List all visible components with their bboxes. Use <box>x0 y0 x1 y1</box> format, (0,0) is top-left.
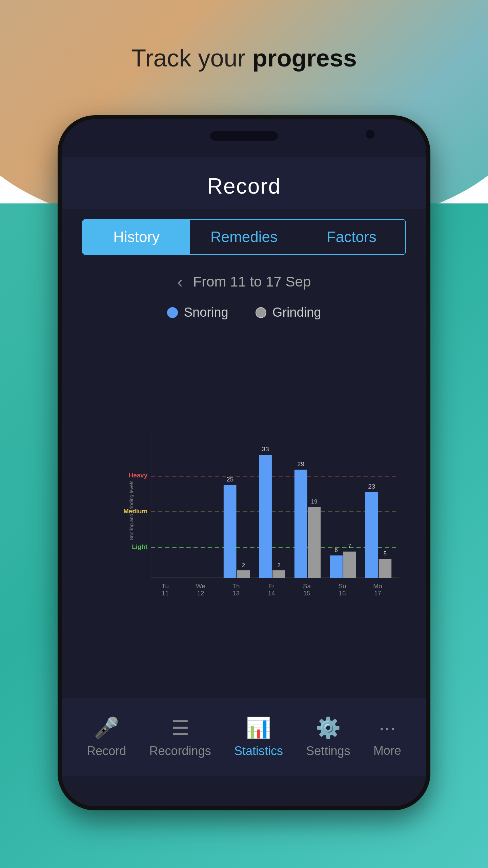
gear-icon: ⚙️ <box>316 716 341 740</box>
bottom-nav: 🎤 Record ☰ Recordings 📊 Statistics ⚙️ Se… <box>62 698 426 776</box>
nav-record-label: Record <box>87 744 126 758</box>
date-back-arrow[interactable]: ‹ <box>177 272 183 292</box>
bar-grinding-15 <box>308 507 321 578</box>
date-12: 12 <box>197 590 204 597</box>
bar-snoring-13 <box>224 485 237 578</box>
date-17: 17 <box>374 590 381 597</box>
val-snoring-16: 6 <box>334 547 338 553</box>
val-grinding-15: 19 <box>311 498 318 505</box>
nav-more-label: More <box>373 744 401 758</box>
list-icon: ☰ <box>171 716 189 740</box>
bar-grinding-13 <box>237 570 250 578</box>
val-snoring-15: 29 <box>297 460 304 468</box>
day-fr: Fr <box>268 583 274 590</box>
bar-grinding-16 <box>343 552 356 578</box>
nav-settings-label: Settings <box>306 744 350 758</box>
date-13: 13 <box>232 590 240 597</box>
phone-speaker <box>210 131 278 141</box>
bar-chart-icon: 📊 <box>246 716 271 740</box>
tab-remedies[interactable]: Remedies <box>190 220 298 254</box>
val-grinding-14: 2 <box>277 562 280 569</box>
legend-grinding: Grinding <box>256 305 321 320</box>
bar-snoring-15 <box>294 470 307 578</box>
nav-statistics[interactable]: 📊 Statistics <box>234 716 283 758</box>
val-grinding-16: 7 <box>348 543 351 549</box>
grinding-dot <box>256 307 266 318</box>
phone-top-bezel <box>62 119 426 157</box>
bar-grinding-17 <box>379 559 392 578</box>
date-15: 15 <box>303 590 310 597</box>
date-11: 11 <box>162 590 169 597</box>
nav-record[interactable]: 🎤 Record <box>87 716 126 758</box>
day-tu: Tu <box>162 583 169 590</box>
bar-grinding-14 <box>272 570 285 578</box>
hero-text: Track your progress <box>0 44 488 72</box>
val-snoring-17: 23 <box>368 483 375 490</box>
date-16: 16 <box>339 590 346 597</box>
grinding-label: Grinding <box>272 305 321 320</box>
nav-settings[interactable]: ⚙️ Settings <box>306 716 350 758</box>
chart-legend: Snoring Grinding <box>62 298 426 327</box>
val-snoring-13: 25 <box>226 476 233 483</box>
legend-snoring: Snoring <box>167 305 228 320</box>
val-grinding-13: 2 <box>242 562 245 569</box>
chart-area: Snoring and grinding levels Heavy Medium… <box>62 327 426 694</box>
val-grinding-17: 5 <box>384 550 387 557</box>
day-we: We <box>196 583 205 590</box>
nav-more[interactable]: ··· More <box>373 716 401 758</box>
phone-bottom-bezel <box>62 776 426 806</box>
hero-bold: progress <box>252 44 357 72</box>
svg-text:Light: Light <box>132 543 148 550</box>
nav-recordings-label: Recordings <box>149 744 211 758</box>
app-header: Record <box>62 157 426 209</box>
nav-recordings[interactable]: ☰ Recordings <box>149 716 211 758</box>
val-snoring-14: 33 <box>262 446 269 453</box>
date-navigation: ‹ From 11 to 17 Sep <box>62 265 426 298</box>
app-title: Record <box>82 174 406 199</box>
dots-icon: ··· <box>379 716 396 739</box>
date-range-label: From 11 to 17 Sep <box>193 274 311 290</box>
bar-snoring-17 <box>365 492 378 578</box>
day-su: Su <box>338 583 346 590</box>
date-14: 14 <box>268 590 275 597</box>
bar-snoring-16 <box>330 555 343 578</box>
phone-screen: Record History Remedies Factors ‹ From 1… <box>62 157 426 776</box>
mic-icon: 🎤 <box>94 716 119 740</box>
tabs-container: History Remedies Factors <box>82 219 406 255</box>
svg-text:Heavy: Heavy <box>129 472 148 479</box>
bar-chart: Snoring and grinding levels Heavy Medium… <box>123 333 406 688</box>
phone-frame: Record History Remedies Factors ‹ From 1… <box>58 115 430 810</box>
snoring-dot <box>167 307 178 318</box>
tab-history[interactable]: History <box>83 220 190 254</box>
day-mo: Mo <box>373 583 382 590</box>
bar-snoring-14 <box>259 455 272 578</box>
snoring-label: Snoring <box>184 305 228 320</box>
nav-statistics-label: Statistics <box>234 744 283 758</box>
tab-factors[interactable]: Factors <box>298 220 405 254</box>
day-sa: Sa <box>303 583 311 590</box>
day-th: Th <box>232 583 240 590</box>
svg-text:Medium: Medium <box>123 508 147 515</box>
hero-regular: Track your <box>131 44 252 72</box>
phone-camera <box>365 129 375 140</box>
